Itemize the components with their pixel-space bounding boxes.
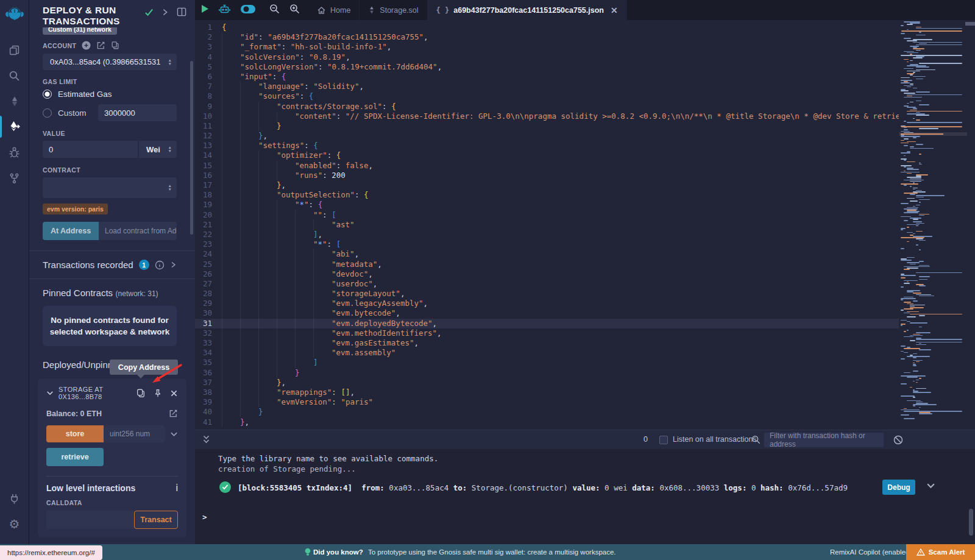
store-button[interactable]: store xyxy=(46,425,104,442)
code-line[interactable]: 14"optimizer": { xyxy=(195,151,899,160)
edit-balance-icon[interactable] xyxy=(169,409,178,418)
settings-icon[interactable]: ⚙ xyxy=(0,511,29,537)
collapse-contract-icon[interactable] xyxy=(46,389,54,397)
ai-assistant-icon[interactable] xyxy=(219,4,230,17)
code-line[interactable]: 17}, xyxy=(195,180,899,190)
code-line[interactable]: 29"evm.legacyAssembly", xyxy=(195,299,899,308)
collapse-terminal-icon[interactable] xyxy=(202,434,210,447)
value-unit-select[interactable]: Wei ▲▼ xyxy=(139,141,177,158)
code-line[interactable]: 11} xyxy=(195,121,899,131)
code-line[interactable]: 36} xyxy=(195,368,899,378)
close-tab-icon[interactable]: ✕ xyxy=(611,5,618,15)
zoom-in-icon[interactable] xyxy=(289,4,300,16)
stepper-icon[interactable]: ▲▼ xyxy=(168,58,172,66)
plugin-manager-icon[interactable] xyxy=(0,486,29,511)
deploy-and-run-icon[interactable] xyxy=(0,114,29,140)
listen-all-checkbox[interactable] xyxy=(659,436,668,444)
code-line[interactable]: 41}, xyxy=(195,417,899,427)
remix-logo-icon[interactable] xyxy=(4,4,25,27)
code-line[interactable]: 9"contracts/Storage.sol": { xyxy=(195,102,899,112)
add-account-icon[interactable] xyxy=(82,41,91,50)
code-line[interactable]: 2"id": "a69b43f277ba20fcac141151250ca755… xyxy=(195,32,899,42)
code-line[interactable]: 31"evm.deployedBytecode", xyxy=(195,319,899,328)
clear-console-icon[interactable] xyxy=(893,435,903,447)
zoom-out-icon[interactable] xyxy=(269,4,280,16)
code-line[interactable]: 20"": [ xyxy=(195,210,899,220)
search-icon[interactable] xyxy=(0,63,29,88)
source-control-icon[interactable] xyxy=(0,165,29,191)
remove-contract-icon[interactable] xyxy=(170,389,178,397)
tab-home[interactable]: Home xyxy=(308,0,360,20)
tab-build-info-json[interactable]: { } a69b43f277ba20fcac141151250ca755.jso… xyxy=(428,0,627,20)
scam-alert-button[interactable]: Scam Alert xyxy=(906,544,975,560)
code-line[interactable]: 35] xyxy=(195,358,899,367)
code-line[interactable]: 23"*": [ xyxy=(195,239,899,249)
terminal-output[interactable]: Type the library name to see available c… xyxy=(195,449,975,544)
code-line[interactable]: 16"runs": 200 xyxy=(195,171,899,180)
code-line[interactable]: 1{ xyxy=(195,23,899,32)
custom-gas-input[interactable]: 3000000 xyxy=(98,104,177,121)
info-icon[interactable] xyxy=(155,260,165,270)
copy-account-icon[interactable] xyxy=(111,41,119,50)
code-line[interactable]: 26"devdoc", xyxy=(195,269,899,279)
code-line[interactable]: 7"language": "Solidity", xyxy=(195,82,899,91)
code-line[interactable]: 40} xyxy=(195,407,899,417)
debug-button[interactable]: Debug xyxy=(882,480,915,495)
code-line[interactable]: 38"remappings": [], xyxy=(195,388,899,397)
retrieve-button[interactable]: retrieve xyxy=(46,448,104,466)
tab-storage-sol[interactable]: Storage.sol xyxy=(360,0,427,20)
copilot-status[interactable]: RemixAI Copilot (enabled) xyxy=(830,544,912,560)
expand-tx-icon[interactable] xyxy=(926,482,935,492)
panel-scrollbar[interactable] xyxy=(190,61,193,235)
code-line[interactable]: 39"evmVersion": "paris" xyxy=(195,397,899,407)
load-contract-input[interactable]: Load contract from Address xyxy=(99,222,177,240)
listen-all-label[interactable]: Listen on all transactions xyxy=(673,435,757,444)
code-line[interactable]: 27"userdoc", xyxy=(195,279,899,289)
code-line[interactable]: 22], xyxy=(195,230,899,239)
file-explorer-icon[interactable] xyxy=(0,37,29,63)
pin-panel-icon[interactable] xyxy=(177,7,186,16)
at-address-button[interactable]: At Address xyxy=(43,222,99,240)
account-select[interactable]: 0xA03...85ac4 (0.39866531531 ▲▼ xyxy=(43,54,177,70)
transact-button[interactable]: Transact xyxy=(134,511,178,529)
code-line[interactable]: 25"metadata", xyxy=(195,260,899,269)
code-line[interactable]: 30"evm.bytecode", xyxy=(195,308,899,318)
code-line[interactable]: 33"evm.gasEstimates", xyxy=(195,338,899,348)
custom-gas-radio[interactable] xyxy=(43,108,52,118)
copilot-toggle-icon[interactable] xyxy=(240,4,256,16)
deployed-contract-name[interactable]: STORAGE AT 0X136...8B78 xyxy=(58,386,136,400)
code-editor[interactable]: 1{2"id": "a69b43f277ba20fcac141151250ca7… xyxy=(195,20,975,430)
store-arg-input[interactable]: uint256 num xyxy=(104,425,165,442)
value-input[interactable]: 0 xyxy=(43,141,138,158)
low-level-info-icon[interactable]: i xyxy=(176,483,178,494)
contract-select[interactable]: ▲▼ xyxy=(43,177,177,198)
edit-account-icon[interactable] xyxy=(96,41,105,50)
copy-address-icon[interactable] xyxy=(136,388,146,399)
editor-scrollbar-thumb[interactable] xyxy=(965,22,975,26)
debugger-icon[interactable] xyxy=(0,140,29,165)
minimap[interactable] xyxy=(899,20,967,430)
custom-gas-option[interactable]: Custom xyxy=(58,108,92,118)
expand-transactions-icon[interactable] xyxy=(170,261,177,269)
code-line[interactable]: 24"abi", xyxy=(195,249,899,259)
code-line[interactable]: 5"solcLongVersion": "0.8.19+commit.7dd6d… xyxy=(195,62,899,72)
run-script-icon[interactable] xyxy=(201,4,209,16)
terminal-filter-input[interactable]: Filter with transaction hash or address xyxy=(764,433,884,447)
code-line[interactable]: 13"settings": { xyxy=(195,141,899,151)
terminal-prompt[interactable]: > xyxy=(202,512,207,522)
code-line[interactable]: 34"evm.assembly" xyxy=(195,348,899,358)
chevron-right-icon[interactable] xyxy=(161,8,169,16)
transaction-log-line[interactable]: [block:5583405 txIndex:4] from: 0xa03...… xyxy=(238,483,848,492)
expand-args-icon[interactable] xyxy=(170,430,178,438)
code-line[interactable]: 37}, xyxy=(195,378,899,388)
code-line[interactable]: 4"solcVersion": "0.8.19", xyxy=(195,52,899,62)
estimated-gas-radio[interactable] xyxy=(43,90,52,99)
code-line[interactable]: 6"input": { xyxy=(195,72,899,82)
code-line[interactable]: 10"content": "// SPDX-License-Identifier… xyxy=(195,112,899,121)
estimated-gas-option[interactable]: Estimated Gas xyxy=(58,90,112,99)
code-line[interactable]: 3"_format": "hh-sol-build-info-1", xyxy=(195,42,899,52)
code-line[interactable]: 21"ast" xyxy=(195,220,899,230)
pin-contract-icon[interactable] xyxy=(154,388,162,398)
solidity-compiler-icon[interactable] xyxy=(0,88,29,114)
code-line[interactable]: 28"storageLayout", xyxy=(195,289,899,299)
